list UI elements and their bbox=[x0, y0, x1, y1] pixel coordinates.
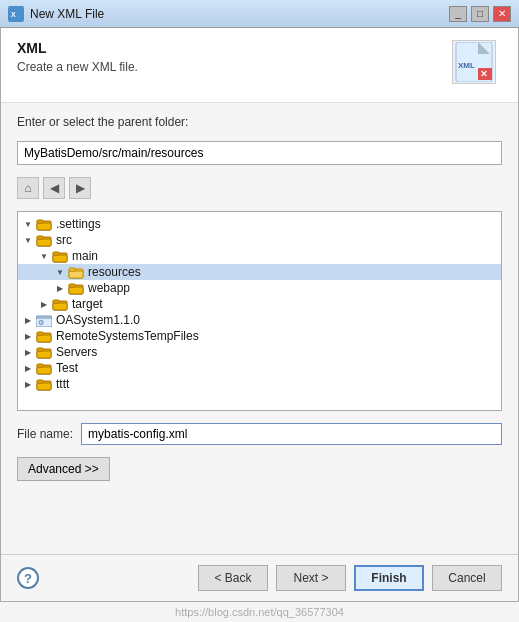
tree-item[interactable]: ▶Servers bbox=[18, 344, 501, 360]
svg-text:✕: ✕ bbox=[480, 69, 488, 79]
expand-icon[interactable]: ▼ bbox=[22, 234, 34, 246]
svg-rect-38 bbox=[37, 383, 51, 390]
tree-item[interactable]: ▶RemoteSystemsTempFiles bbox=[18, 328, 501, 344]
folder-icon bbox=[36, 362, 52, 375]
cancel-button[interactable]: Cancel bbox=[432, 565, 502, 591]
expand-icon[interactable]: ▶ bbox=[22, 330, 34, 342]
tree-item-label: tttt bbox=[56, 377, 69, 391]
tree-item[interactable]: ▶webapp bbox=[18, 280, 501, 296]
tree-item[interactable]: ▶⚙OASystem1.1.0 bbox=[18, 312, 501, 328]
next-dialog-button[interactable]: Next > bbox=[276, 565, 346, 591]
expand-icon[interactable]: ▶ bbox=[38, 298, 50, 310]
folder-icon bbox=[36, 346, 52, 359]
xml-icon-container: XML ✕ bbox=[452, 40, 502, 90]
file-name-input[interactable] bbox=[81, 423, 502, 445]
svg-rect-14 bbox=[53, 255, 67, 262]
xml-file-icon: XML ✕ bbox=[452, 40, 496, 84]
svg-rect-12 bbox=[37, 236, 43, 239]
action-buttons: < Back Next > Finish Cancel bbox=[198, 565, 502, 591]
folder-path-input[interactable] bbox=[17, 141, 502, 165]
tree-item[interactable]: ▼resources bbox=[18, 264, 501, 280]
svg-rect-29 bbox=[37, 335, 51, 342]
svg-rect-30 bbox=[37, 332, 43, 335]
expand-icon[interactable]: ▼ bbox=[22, 218, 34, 230]
expand-icon[interactable]: ▼ bbox=[54, 266, 66, 278]
folder-label: Enter or select the parent folder: bbox=[17, 115, 502, 129]
title-bar-title: New XML File bbox=[30, 7, 449, 21]
back-dialog-button[interactable]: < Back bbox=[198, 565, 268, 591]
expand-icon[interactable]: ▶ bbox=[22, 362, 34, 374]
expand-icon[interactable]: ▼ bbox=[38, 250, 50, 262]
title-bar-icon: X bbox=[8, 6, 24, 22]
tree-item-label: target bbox=[72, 297, 103, 311]
folder-icon bbox=[68, 266, 84, 279]
svg-rect-15 bbox=[53, 252, 59, 255]
tree-item[interactable]: ▼.settings bbox=[18, 216, 501, 232]
tree-item[interactable]: ▼main bbox=[18, 248, 501, 264]
tree-item-label: webapp bbox=[88, 281, 130, 295]
svg-rect-8 bbox=[37, 223, 51, 230]
maximize-button[interactable]: □ bbox=[471, 6, 489, 22]
tree-item-label: Test bbox=[56, 361, 78, 375]
svg-text:⚙: ⚙ bbox=[38, 319, 44, 326]
svg-rect-17 bbox=[69, 271, 83, 278]
finish-button[interactable]: Finish bbox=[354, 565, 424, 591]
home-button[interactable]: ⌂ bbox=[17, 177, 39, 199]
back-button[interactable]: ◀ bbox=[43, 177, 65, 199]
tree-item[interactable]: ▼src bbox=[18, 232, 501, 248]
folder-icon bbox=[36, 234, 52, 247]
folder-icon bbox=[36, 218, 52, 231]
tree-item[interactable]: ▶Test bbox=[18, 360, 501, 376]
header-subtitle: Create a new XML file. bbox=[17, 60, 138, 74]
svg-rect-9 bbox=[37, 220, 43, 223]
folder-icon bbox=[36, 330, 52, 343]
content-section: Enter or select the parent folder: ⌂ ◀ ▶… bbox=[1, 103, 518, 493]
tree-item-label: RemoteSystemsTempFiles bbox=[56, 329, 199, 343]
svg-text:X: X bbox=[11, 11, 16, 18]
title-bar-buttons: _ □ ✕ bbox=[449, 6, 511, 22]
home-icon: ⌂ bbox=[24, 181, 31, 195]
header-title: XML bbox=[17, 40, 138, 56]
folder-icon bbox=[36, 378, 52, 391]
file-name-row: File name: bbox=[17, 423, 502, 445]
folder-tree[interactable]: ▼.settings▼src▼main▼resources▶webapp▶tar… bbox=[17, 211, 502, 411]
header-section: XML Create a new XML file. XML ✕ bbox=[1, 28, 518, 103]
expand-icon[interactable]: ▶ bbox=[54, 282, 66, 294]
dialog-body: XML Create a new XML file. XML ✕ Enter o… bbox=[0, 28, 519, 602]
expand-icon[interactable]: ▶ bbox=[22, 346, 34, 358]
tree-item-label: OASystem1.1.0 bbox=[56, 313, 140, 327]
svg-rect-39 bbox=[37, 380, 43, 383]
svg-rect-21 bbox=[69, 284, 75, 287]
svg-text:XML: XML bbox=[458, 61, 475, 70]
svg-rect-23 bbox=[53, 303, 67, 310]
svg-rect-18 bbox=[69, 268, 75, 271]
minimize-button[interactable]: _ bbox=[449, 6, 467, 22]
expand-icon[interactable]: ▶ bbox=[22, 314, 34, 326]
svg-rect-35 bbox=[37, 367, 51, 374]
file-name-label: File name: bbox=[17, 427, 73, 441]
tree-item-label: main bbox=[72, 249, 98, 263]
folder-icon: ⚙ bbox=[36, 314, 52, 327]
tree-toolbar: ⌂ ◀ ▶ bbox=[17, 177, 502, 199]
tree-item-label: src bbox=[56, 233, 72, 247]
back-icon: ◀ bbox=[50, 181, 59, 195]
tree-item-label: resources bbox=[88, 265, 141, 279]
svg-rect-36 bbox=[37, 364, 43, 367]
svg-rect-32 bbox=[37, 351, 51, 358]
close-button[interactable]: ✕ bbox=[493, 6, 511, 22]
folder-icon bbox=[52, 298, 68, 311]
svg-rect-20 bbox=[69, 287, 83, 294]
svg-rect-24 bbox=[53, 300, 59, 303]
tree-item-label: .settings bbox=[56, 217, 101, 231]
forward-button[interactable]: ▶ bbox=[69, 177, 91, 199]
expand-icon[interactable]: ▶ bbox=[22, 378, 34, 390]
folder-icon bbox=[52, 250, 68, 263]
header-left: XML Create a new XML file. bbox=[17, 40, 138, 74]
forward-icon: ▶ bbox=[76, 181, 85, 195]
tree-item[interactable]: ▶tttt bbox=[18, 376, 501, 392]
tree-item[interactable]: ▶target bbox=[18, 296, 501, 312]
advanced-button[interactable]: Advanced >> bbox=[17, 457, 110, 481]
tree-item-label: Servers bbox=[56, 345, 97, 359]
svg-rect-11 bbox=[37, 239, 51, 246]
help-button[interactable]: ? bbox=[17, 567, 39, 589]
